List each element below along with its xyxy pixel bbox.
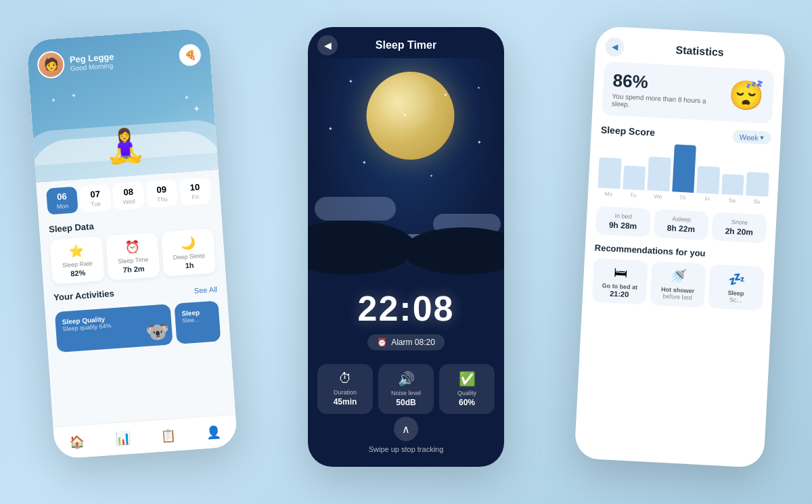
metric-noise: 🔊 Noise level 50dB xyxy=(378,364,434,414)
star-deco-3: ✦ xyxy=(70,91,76,99)
nav-notes-icon[interactable]: 📋 xyxy=(160,428,176,443)
activity-card-1[interactable]: Sleep Slee... xyxy=(174,300,221,344)
recommendations-title: Recommendations for you xyxy=(594,242,765,261)
sleep-time-card: ⏰ Sleep Time 7h 2m xyxy=(106,232,160,280)
recommendations-section: Recommendations for you 🛏 Go to bed at 2… xyxy=(583,242,775,312)
sleep-rate-icon: ⭐ xyxy=(54,242,99,260)
stats-title: Statistics xyxy=(624,41,776,62)
star-1: ✦ xyxy=(348,78,353,85)
nav-chart-icon[interactable]: 📊 xyxy=(115,430,131,446)
swipe-arrow-icon: ∧ xyxy=(394,417,418,441)
moon-sleep-emoji: 😴 xyxy=(728,78,765,113)
duration-icon: ⏱ xyxy=(323,371,367,386)
phone-left: 🧑 Peg Legge Good Morning 🍕 🧘‍♀️ ✦ ✦ ✦ ✦ … xyxy=(26,28,238,459)
metric-duration: ⏱ Duration 45min xyxy=(317,364,373,414)
star-6: ✦ xyxy=(362,160,367,166)
pct-banner: 86% You spend more than 8 hours a sleep.… xyxy=(602,62,775,124)
stat-asleep: Asleep 8h 22m xyxy=(654,209,709,240)
back-icon: ◀ xyxy=(324,40,332,51)
nav-profile-icon[interactable]: 👤 xyxy=(206,424,221,440)
bar-col-3: Th xyxy=(671,144,696,202)
bar-4 xyxy=(697,166,721,194)
phone-center: ◀ Sleep Timer ✦ ✦ ✦ ✦ ✦ ✦ ✦ ✦ 22:08 ⏰ Al… xyxy=(308,27,504,467)
score-section: Sleep Score Week ▾ Mo Tu We Th xyxy=(587,122,781,215)
nav-home-icon[interactable]: 🏠 xyxy=(69,434,85,449)
activities-title: Your Activities xyxy=(53,288,114,302)
cal-day-2[interactable]: 08 Wed xyxy=(112,182,145,210)
bar-col-4: Fr xyxy=(696,166,720,203)
noise-icon: 🔊 xyxy=(384,371,428,387)
swipe-up-area[interactable]: ∧ Swipe up stop tracking xyxy=(308,417,504,453)
sleep-illustration: 🧘‍♀️ ✦ ✦ ✦ ✦ xyxy=(30,75,219,182)
bed-icon: 🛏 xyxy=(597,264,644,282)
bar-1 xyxy=(623,165,646,190)
score-header: Sleep Score Week ▾ xyxy=(600,123,771,145)
sleep-rate-card: ⭐ Sleep Rate 82% xyxy=(49,236,104,284)
sleep-timer-header: ◀ Sleep Timer xyxy=(308,27,504,58)
stat-in-bed: In bed 9h 28m xyxy=(595,206,651,237)
cal-day-0[interactable]: 06 Mon xyxy=(46,187,78,215)
cal-day-4[interactable]: 10 Fri xyxy=(179,177,211,206)
deep-sleep-card: 🌙 Deep Sleep 1h xyxy=(161,229,216,277)
star-4: ✦ xyxy=(328,126,333,132)
sleeping-figure: 🧘‍♀️ xyxy=(104,129,146,164)
bar-col-0: Mo xyxy=(597,158,622,198)
alarm-label: Alarm 08:20 xyxy=(391,338,435,347)
reco-cards: 🛏 Go to bed at 21:20 🚿 Hot shower before… xyxy=(592,258,765,311)
cal-day-1[interactable]: 07 Tue xyxy=(79,184,112,212)
bar-3-active xyxy=(672,144,696,193)
activity-cards: Sleep Quality Sleep quality 64% 🐨 Sleep … xyxy=(55,300,221,352)
sleep-time-icon: ⏰ xyxy=(110,238,154,256)
star-8: ✦ xyxy=(430,173,433,178)
chevron-down-icon: ▾ xyxy=(760,133,765,142)
reco-sleep-card: 💤 Sleep Sc... xyxy=(708,264,764,311)
timer-time: 22:08 xyxy=(321,288,491,329)
reco-bed-card: 🛏 Go to bed at 21:20 xyxy=(592,258,648,304)
star-deco-2: ✦ xyxy=(184,94,190,102)
hills xyxy=(308,234,504,275)
bar-col-6: Su xyxy=(746,172,769,206)
stat-snore: Snore 2h 20m xyxy=(712,212,767,243)
phone-right: ◀ Statistics 86% You spend more than 8 h… xyxy=(574,26,786,468)
shower-icon: 🚿 xyxy=(655,267,702,285)
reco-shower-card: 🚿 Hot shower before bed xyxy=(650,261,706,308)
see-all-link[interactable]: See All xyxy=(194,285,217,294)
pct-text: 86% You spend more than 8 hours a sleep. xyxy=(612,70,723,112)
star-2: ✦ xyxy=(443,92,448,98)
koala-emoji: 🐨 xyxy=(145,320,170,344)
cal-day-3[interactable]: 09 Thu xyxy=(145,179,178,208)
score-title: Sleep Score xyxy=(601,124,656,137)
quality-icon: ✅ xyxy=(445,371,489,387)
sleep-timer-title: Sleep Timer xyxy=(376,39,436,51)
avatar: 🧑 xyxy=(37,50,66,79)
sleep-timer-back-button[interactable]: ◀ xyxy=(317,35,338,55)
cloud-1 xyxy=(315,197,396,221)
bar-chart: Mo Tu We Th Fr Sa xyxy=(597,143,771,206)
sleep-data-cards: ⭐ Sleep Rate 82% ⏰ Sleep Time 7h 2m 🌙 De… xyxy=(49,229,216,285)
bar-6 xyxy=(746,172,769,197)
star-7: ✦ xyxy=(477,85,480,90)
star-3: ✦ xyxy=(403,112,407,118)
bar-col-2: We xyxy=(647,156,671,200)
metric-quality: ✅ Quality 60% xyxy=(439,364,495,414)
profile-icon[interactable]: 🍕 xyxy=(179,43,202,66)
hill-left xyxy=(308,221,416,275)
bar-5 xyxy=(721,174,744,196)
timer-display: 22:08 ⏰ Alarm 08:20 xyxy=(308,275,504,357)
stats-back-button[interactable]: ◀ xyxy=(605,37,625,57)
bar-col-5: Sa xyxy=(721,174,744,204)
sleep-score-icon: 💤 xyxy=(713,270,760,289)
activity-card-0[interactable]: Sleep Quality Sleep quality 64% 🐨 xyxy=(55,304,173,352)
bar-2 xyxy=(647,156,671,191)
bar-0 xyxy=(597,158,621,189)
phone-left-header: 🧑 Peg Legge Good Morning 🍕 🧘‍♀️ ✦ ✦ ✦ ✦ xyxy=(26,28,219,182)
moon xyxy=(367,72,455,160)
swipe-text: Swipe up stop tracking xyxy=(308,445,504,453)
star-deco-1: ✦ xyxy=(51,96,57,104)
calendar-strip: 06 Mon 07 Tue 08 Wed 09 Thu 10 Fri xyxy=(46,177,211,215)
deep-sleep-icon: 🌙 xyxy=(166,234,210,252)
week-button[interactable]: Week ▾ xyxy=(732,130,771,145)
star-5: ✦ xyxy=(477,139,482,145)
night-scene: ✦ ✦ ✦ ✦ ✦ ✦ ✦ ✦ xyxy=(308,58,504,275)
alarm-badge: ⏰ Alarm 08:20 xyxy=(367,334,445,350)
